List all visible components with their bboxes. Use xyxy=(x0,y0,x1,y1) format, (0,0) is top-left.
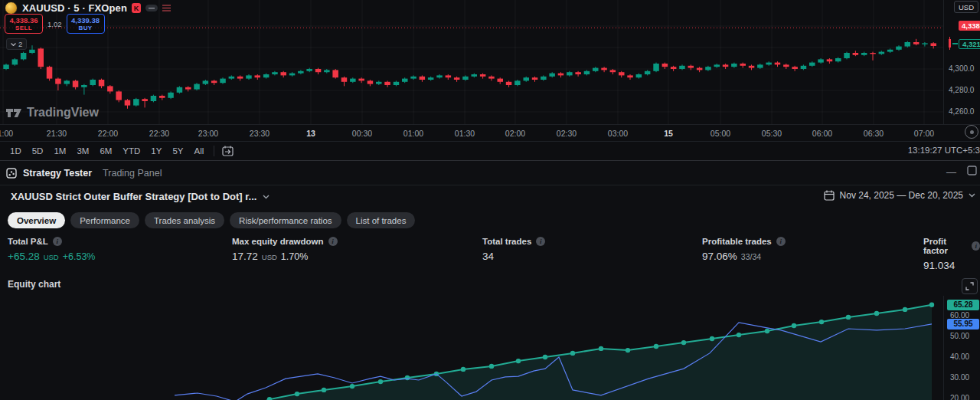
time-tick: 00:30 xyxy=(347,129,377,138)
equity-badge-strategy-equity: 65.28 xyxy=(947,300,979,310)
sell-price: 4,338.36 xyxy=(10,16,38,25)
info-icon[interactable]: i xyxy=(972,241,980,251)
equity-axis-tick: 40.00 xyxy=(950,352,969,361)
info-icon[interactable]: i xyxy=(53,237,62,246)
last-price-badge: 4,321.4 xyxy=(959,39,980,49)
time-tick: 23:30 xyxy=(244,129,275,138)
sell-button[interactable]: 4,338.36 SELL xyxy=(5,14,43,34)
tab-strategy-tester[interactable]: Strategy Tester xyxy=(23,161,103,185)
time-tick: 22:00 xyxy=(93,129,123,138)
buy-label: BUY xyxy=(78,25,92,31)
backtest-date-range[interactable]: Nov 24, 2025 — Dec 20, 2025 xyxy=(824,190,975,201)
time-tick: 13 xyxy=(296,129,326,138)
symbol-title[interactable]: XAUUSD · 5 · FXOpen xyxy=(22,2,127,14)
metric-label: Max equity drawdown xyxy=(232,237,324,246)
subtab-performance[interactable]: Performance xyxy=(70,212,139,228)
range-3m[interactable]: 3M xyxy=(71,144,94,158)
maximize-panel-icon[interactable] xyxy=(967,166,977,178)
time-tick: 06:00 xyxy=(807,129,838,138)
watermark-text: TradingView xyxy=(27,106,99,120)
info-icon[interactable]: i xyxy=(776,237,786,246)
metric-value: +65.28 xyxy=(8,251,40,262)
buy-button[interactable]: 4,339.38 BUY xyxy=(67,14,105,34)
toolbar-divider xyxy=(214,146,214,156)
last-price-dash xyxy=(952,43,958,44)
subtab-overview[interactable]: Overview xyxy=(8,212,65,228)
range-5d[interactable]: 5D xyxy=(27,144,49,158)
tradingview-app: XAUUSD · 5 · FXOpen K 4,338.36 SELL 1.02… xyxy=(0,0,980,400)
time-tick: 03:00 xyxy=(603,129,633,138)
session-clock[interactable]: 13:19:27 UTC+5:3 xyxy=(908,146,980,155)
equity-chart[interactable] xyxy=(0,296,943,400)
time-tick: 23:00 xyxy=(193,129,224,138)
metric-label: Profit factor xyxy=(923,237,967,255)
buy-price: 4,339.38 xyxy=(71,16,100,25)
metric-total-trades: Total tradesi34 xyxy=(482,237,545,262)
metric-max-equity-drawdown: Max equity drawdowni17.72USD1.70% xyxy=(232,237,338,262)
time-tick: 21:00 xyxy=(0,129,18,138)
date-range-text: Nov 24, 2025 — Dec 20, 2025 xyxy=(840,190,963,201)
subtab-list-of-trades[interactable]: List of trades xyxy=(347,212,416,228)
tradingview-logo-icon xyxy=(6,107,22,118)
equity-axis-tick: 30.00 xyxy=(950,373,969,382)
hide-icon[interactable] xyxy=(145,3,158,13)
instant-trading-buttons: 4,338.36 SELL 1.02 4,339.38 BUY xyxy=(5,14,105,34)
time-tick: 21:30 xyxy=(41,129,72,138)
panel-tab-bar: Strategy Tester Trading Panel — xyxy=(0,161,980,185)
metric-percent: +6.53% xyxy=(63,251,96,262)
strategy-title-row[interactable]: XAUUSD Strict Outer Buffer Strategy [Dot… xyxy=(11,191,270,202)
symbol-logo xyxy=(5,2,18,15)
price-tick: 4,300.0 xyxy=(949,64,974,73)
scroll-to-realtime-icon[interactable] xyxy=(965,125,978,139)
metric-percent: 1.70% xyxy=(281,251,308,262)
currency-toggle-button[interactable]: USD xyxy=(954,1,978,13)
metric-currency: USD xyxy=(44,253,59,261)
time-tick: 02:30 xyxy=(551,129,582,138)
range-ytd[interactable]: YTD xyxy=(117,144,145,158)
spread-value: 1.02 xyxy=(47,20,63,28)
last-candle-glyph xyxy=(949,39,951,48)
equity-value-axis[interactable]: 60.0050.0040.0030.0020.0065.2855.95 xyxy=(943,296,980,400)
collapsed-indicators-badge[interactable]: 2 xyxy=(6,38,27,50)
timeframe-toolbar: 1D5D1M3M6MYTD1Y5YAll 13:19:27 UTC+5:3 xyxy=(0,141,980,160)
price-chart-pane[interactable]: XAUUSD · 5 · FXOpen K 4,338.36 SELL 1.02… xyxy=(0,0,943,124)
tab-trading-panel[interactable]: Trading Panel xyxy=(103,161,172,185)
menu-icon[interactable] xyxy=(162,3,171,13)
chevron-down-icon xyxy=(969,193,975,198)
flag-icon[interactable]: K xyxy=(132,3,141,13)
time-tick: 07:00 xyxy=(909,129,939,138)
expand-equity-chart-icon[interactable] xyxy=(962,278,978,294)
metric-ratio: 33/34 xyxy=(741,252,761,261)
bid-price-badge: 4,338.3 xyxy=(959,21,980,31)
equity-chart-title: Equity chart xyxy=(8,279,60,290)
symbol-legend: XAUUSD · 5 · FXOpen K xyxy=(5,2,171,15)
metric-profitable-trades: Profitable tradesi97.06%33/34 xyxy=(702,237,786,262)
equity-axis-tick: 20.00 xyxy=(950,394,969,400)
collapsed-count: 2 xyxy=(18,40,22,48)
subtab-risk-performance-ratios[interactable]: Risk/performance ratios xyxy=(230,212,341,228)
equity-badge-benchmark-equity: 55.95 xyxy=(947,319,979,330)
subtab-trades-analysis[interactable]: Trades analysis xyxy=(145,212,224,228)
time-tick: 15 xyxy=(653,129,684,138)
metric-value: 91.034 xyxy=(923,260,955,271)
metric-value: 34 xyxy=(482,251,494,262)
minimize-panel-icon[interactable]: — xyxy=(946,166,956,178)
strategy-name[interactable]: XAUUSD Strict Outer Buffer Strategy [Dot… xyxy=(11,191,256,202)
time-tick: 01:00 xyxy=(398,129,429,138)
range-1y[interactable]: 1Y xyxy=(145,144,167,158)
range-1d[interactable]: 1D xyxy=(5,144,27,158)
panel-window-controls: — xyxy=(946,166,977,178)
metric-label: Total trades xyxy=(482,237,531,246)
time-tick: 06:30 xyxy=(858,129,889,138)
info-icon[interactable]: i xyxy=(328,237,338,246)
info-icon[interactable]: i xyxy=(536,237,545,246)
price-axis[interactable]: USD 4,338.3 4,321.4 4,300.04,280.04,260.… xyxy=(943,0,980,124)
metric-value: 97.06% xyxy=(702,251,737,262)
summary-metrics: Total P&Li+65.28USD+6.53%Max equity draw… xyxy=(0,237,980,272)
go-to-date-icon[interactable] xyxy=(222,146,234,156)
range-all[interactable]: All xyxy=(189,144,210,158)
range-6m[interactable]: 6M xyxy=(94,144,117,158)
time-axis[interactable]: 21:0021:3022:0022:3023:0023:301300:3001:… xyxy=(0,124,980,142)
range-5y[interactable]: 5Y xyxy=(167,144,188,158)
range-1m[interactable]: 1M xyxy=(48,144,71,158)
